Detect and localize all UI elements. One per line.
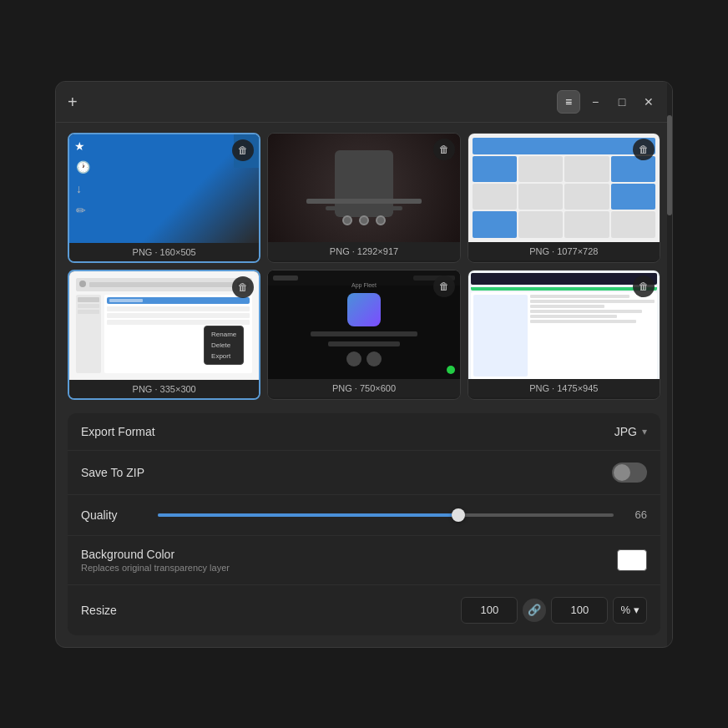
quality-row: Quality 66 — [68, 495, 660, 536]
image-card-2[interactable]: 🗑 PNG · 1292×917 — [267, 133, 460, 263]
ctx-delete[interactable]: Delete — [205, 340, 243, 351]
star-icon[interactable]: ★ — [74, 139, 93, 158]
background-color-info: Background Color Replaces original trans… — [81, 548, 230, 573]
resize-row: Resize 🔗 % ▾ — [68, 585, 660, 635]
clock-icon[interactable]: 🕐 — [76, 160, 90, 174]
image-card-6[interactable]: 🗑 PNG · 1475×945 — [468, 270, 660, 400]
image-thumb-6 — [468, 270, 660, 379]
resize-label: Resize — [81, 604, 117, 617]
export-format-row: Export Format JPG ▾ — [68, 413, 660, 451]
image-card-4[interactable]: Rename Delete Export 🗑 PNG · 335×300 — [68, 270, 260, 400]
export-format-value: JPG — [614, 425, 637, 438]
quality-slider-track — [158, 513, 614, 517]
thumb-3-bar — [473, 138, 655, 154]
thumb-4-content: Rename Delete Export — [76, 278, 252, 373]
image-label-2: PNG · 1292×917 — [268, 242, 459, 260]
add-button[interactable]: + — [68, 94, 78, 110]
save-to-zip-toggle[interactable] — [612, 463, 647, 483]
card-actions-1: 🕐 ↓ ✏ — [76, 160, 90, 217]
image-thumb-1: 🕐 ↓ ✏ ★ — [69, 134, 259, 243]
resize-height-input[interactable] — [551, 597, 608, 624]
scrollbar[interactable] — [667, 82, 672, 647]
delete-button-5[interactable]: 🗑 — [433, 276, 455, 297]
link-icon: 🔗 — [528, 604, 541, 616]
grid-icon: ≡ — [565, 95, 572, 109]
resize-width-input[interactable] — [461, 597, 518, 624]
restore-button[interactable]: □ — [610, 90, 634, 114]
image-thumb-5: App Fleet — [268, 270, 459, 379]
quality-slider-container — [158, 507, 614, 523]
link-dimensions-button[interactable]: 🔗 — [523, 599, 546, 622]
thumb-5-text-1 — [311, 331, 417, 336]
image-label-5: PNG · 750×600 — [268, 379, 459, 397]
image-label-3: PNG · 1077×728 — [468, 242, 660, 260]
ctx-export[interactable]: Export — [205, 351, 243, 361]
delete-button-1[interactable]: 🗑 — [232, 139, 254, 161]
quality-label: Quality — [81, 508, 148, 522]
thumb-5-content: App Fleet — [275, 277, 452, 372]
background-color-label: Background Color — [81, 548, 230, 561]
thumb-5-text-2 — [328, 341, 399, 346]
close-icon: ✕ — [644, 95, 654, 109]
main-content: 🕐 ↓ ✏ ★ 🗑 PNG · 160×505 — [56, 123, 672, 647]
image-thumb-2 — [268, 134, 459, 242]
image-label-6: PNG · 1475×945 — [468, 379, 660, 397]
image-card-3[interactable]: 🗑 PNG · 1077×728 — [468, 133, 660, 263]
unit-chevron-icon: ▾ — [634, 604, 640, 616]
image-label-4: PNG · 335×300 — [69, 380, 259, 398]
resize-unit-select[interactable]: % ▾ — [613, 597, 647, 624]
export-format-select[interactable]: JPG ▾ — [614, 425, 647, 438]
title-bar-right: ≡ − □ ✕ — [557, 90, 660, 114]
edit-icon[interactable]: ✏ — [76, 204, 90, 217]
thumb-3-content — [473, 138, 655, 238]
minimize-button[interactable]: − — [584, 90, 607, 114]
context-menu: Rename Delete Export — [204, 326, 244, 365]
background-color-swatch[interactable] — [617, 549, 647, 571]
save-to-zip-row: Save To ZIP — [68, 451, 660, 495]
scrollbar-thumb[interactable] — [667, 115, 672, 215]
resize-unit-value: % — [620, 604, 630, 616]
background-color-sublabel: Replaces original transparency layer — [81, 563, 230, 573]
save-to-zip-label: Save To ZIP — [81, 466, 144, 479]
image-label-1: PNG · 160×505 — [69, 243, 259, 261]
background-color-row: Background Color Replaces original trans… — [68, 536, 660, 585]
grid-view-button[interactable]: ≡ — [557, 90, 580, 114]
thumb-6-body — [471, 292, 657, 379]
image-thumb-3 — [468, 134, 660, 242]
delete-button-2[interactable]: 🗑 — [433, 139, 455, 160]
image-thumb-4: Rename Delete Export — [69, 271, 259, 380]
thumb-4-header — [76, 278, 252, 291]
minimize-icon: − — [592, 95, 599, 109]
delete-button-6[interactable]: 🗑 — [633, 276, 655, 297]
image-card[interactable]: 🕐 ↓ ✏ ★ 🗑 PNG · 160×505 — [68, 133, 260, 263]
image-grid: 🕐 ↓ ✏ ★ 🗑 PNG · 160×505 — [68, 133, 660, 400]
thumb-5-logo — [347, 293, 381, 326]
image-card-5[interactable]: App Fleet 🗑 PNG · 750×600 — [267, 270, 460, 400]
title-bar: + ≡ − □ ✕ — [56, 82, 672, 123]
close-button[interactable]: ✕ — [637, 90, 660, 114]
delete-button-3[interactable]: 🗑 — [633, 139, 655, 160]
thumb-5-icons — [346, 351, 382, 367]
toggle-knob — [614, 464, 630, 481]
thumb-6-content — [471, 273, 657, 377]
thumb-6-sidebar — [473, 295, 528, 377]
restore-icon: □ — [619, 95, 625, 109]
thumb-6-main — [530, 295, 655, 377]
quality-slider-thumb[interactable] — [452, 508, 465, 522]
delete-button-4[interactable]: 🗑 — [232, 276, 254, 298]
settings-panel: Export Format JPG ▾ Save To ZIP Quality — [68, 413, 660, 635]
export-format-label: Export Format — [81, 425, 155, 438]
app-window: + ≡ − □ ✕ 🕐 ↓ — [55, 81, 673, 648]
thumb-6-nav — [471, 273, 657, 285]
quality-value: 66 — [624, 508, 647, 521]
ctx-rename[interactable]: Rename — [205, 329, 243, 340]
chevron-down-icon: ▾ — [642, 426, 647, 437]
title-bar-left: + — [68, 94, 78, 110]
download-icon[interactable]: ↓ — [76, 182, 90, 195]
resize-inputs: 🔗 % ▾ — [461, 597, 647, 624]
quality-slider-fill — [158, 513, 458, 517]
